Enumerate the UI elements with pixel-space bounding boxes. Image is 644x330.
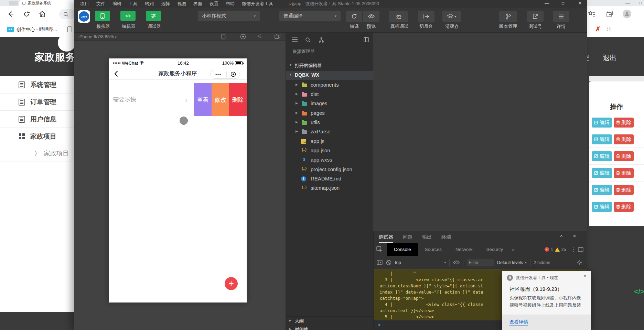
sidebar-subitem-projects[interactable]: 〉 家政项目 (0, 145, 74, 162)
exit-target-icon[interactable] (227, 72, 240, 77)
clear-console-icon[interactable] (386, 260, 391, 265)
delete-button[interactable]: 删除 (614, 168, 634, 178)
live-expression-eye-icon[interactable] (453, 260, 460, 265)
tree-item-dist[interactable]: ▶ dist (286, 90, 373, 99)
menu-edit[interactable]: 编辑 (112, 1, 121, 7)
project-avatar[interactable]: Java (78, 10, 90, 23)
edit-button[interactable]: 编辑 (592, 134, 612, 144)
more-icon[interactable]: ••• (211, 72, 226, 76)
tab-output[interactable]: 输出 (422, 234, 432, 240)
collections-icon[interactable] (605, 10, 614, 18)
add-button[interactable]: + (225, 277, 238, 290)
gear-icon[interactable] (577, 260, 582, 265)
menu-view[interactable]: 视图 (177, 1, 186, 7)
nav-logout-link[interactable]: 退出 (603, 53, 616, 63)
menu-tools[interactable]: 工具 (129, 1, 138, 7)
devtools-maximize-button[interactable]: □ (562, 1, 564, 6)
menu-interface[interactable]: 界面 (193, 1, 202, 7)
home-icon[interactable] (39, 10, 46, 18)
git-branch-icon[interactable] (319, 37, 324, 43)
tree-item-appwxss[interactable]: ϶ app.wxss (286, 155, 373, 165)
menu-wechat-devtools[interactable]: 微信开发者工具 (242, 1, 273, 7)
delete-button[interactable]: 删除 (614, 118, 634, 128)
tab-debugger[interactable]: 调试器 (379, 234, 393, 240)
filter-input[interactable]: Filter (467, 259, 494, 266)
menu-settings[interactable]: 设置 (210, 1, 218, 7)
menu-goto[interactable]: 转到 (145, 1, 154, 7)
edit-button[interactable]: 编辑 (592, 118, 612, 128)
compile-mode-select[interactable]: 普通编译 ▾ (279, 11, 341, 21)
sound-icon[interactable]: ◁ (257, 33, 261, 38)
tree-item-pages[interactable]: ▶ pages (286, 109, 373, 118)
test-account-button[interactable] (527, 11, 544, 22)
browser-tab[interactable]: 家政服务系统 (19, 0, 78, 6)
compile-button[interactable] (346, 11, 362, 22)
bookmark-item[interactable]: 创作中心 - 哔哩哔... (17, 22, 57, 37)
edit-button[interactable]: 编辑 (592, 151, 612, 161)
collapse-panel-icon[interactable] (364, 37, 369, 42)
edit-button[interactable]: 编辑 (592, 168, 612, 178)
panel-close-icon[interactable]: × (573, 233, 576, 240)
debugger-toggle-button[interactable] (146, 11, 161, 21)
delete-button[interactable]: 删除 (614, 151, 634, 161)
browser-maximize-button[interactable]: □ (639, 1, 642, 5)
tab-problems[interactable]: 问题 (403, 234, 412, 240)
refresh-icon[interactable] (23, 10, 30, 18)
search-icon[interactable] (305, 37, 311, 43)
windows-toast-notification[interactable]: 9 微信开发者工具 • 现在 ^ 社区每周（9.19-9.23） 头像昵称获取规… (502, 271, 591, 330)
bookmark-glyph[interactable]: 出 (607, 22, 612, 37)
tab-list-button[interactable] (9, 1, 18, 6)
back-icon[interactable] (114, 70, 118, 77)
device-select[interactable]: iPhone 6/7/8 85% ▾ (78, 33, 117, 41)
sidebar-item-users[interactable]: 用户信息 (0, 111, 74, 128)
tree-item-sitemap[interactable]: {..} sitemap.json (286, 184, 373, 193)
record-icon[interactable] (240, 34, 246, 40)
tree-item-appjson[interactable]: {..} app.json (286, 146, 373, 155)
clear-cache-button[interactable]: ▾ (442, 11, 461, 22)
background-switch-button[interactable] (418, 11, 434, 22)
open-editors-section[interactable]: ▼ 打开的编辑器 (286, 62, 373, 70)
back-icon[interactable] (7, 10, 14, 18)
tab-sources[interactable]: Sources (418, 243, 449, 256)
delete-action-button[interactable]: 删除 (229, 83, 247, 116)
log-levels-select[interactable]: Default levels ▾ (497, 260, 527, 265)
tree-item-readme[interactable]: i README.md (286, 174, 373, 184)
timeline-section[interactable]: ▶ 时间线 (286, 326, 373, 330)
red-bookmark-icon[interactable]: ✗ (595, 25, 601, 33)
profile-avatar[interactable] (623, 10, 631, 18)
editor-toggle-button[interactable]: </> (120, 11, 136, 21)
delete-button[interactable]: 删除 (614, 134, 634, 144)
panel-collapse-icon[interactable]: ^ (560, 234, 563, 239)
view-action-button[interactable]: 查看 (194, 83, 212, 116)
menu-project[interactable]: 项目 (80, 1, 89, 7)
devtools-minimize-button[interactable]: — (545, 1, 549, 6)
favorites-icon[interactable] (588, 10, 596, 18)
tab-terminal[interactable]: 终端 (441, 234, 451, 240)
mode-select[interactable]: 小程序模式 ▾ (198, 11, 260, 21)
context-select[interactable]: top ▾ (395, 260, 446, 265)
menu-file[interactable]: 文件 (96, 1, 105, 7)
page-bookmark-icon[interactable] (67, 26, 72, 32)
tab-network[interactable]: Network (449, 243, 480, 256)
delete-button[interactable]: 删除 (614, 185, 634, 195)
tree-item-utils[interactable]: ▶ utils (286, 118, 373, 127)
tree-item-projectconfig[interactable]: {..} project.config.json (286, 165, 373, 174)
dock-icon[interactable] (578, 247, 583, 252)
more-tabs-icon[interactable]: » (512, 247, 515, 252)
tree-item-images[interactable]: ▶ images (286, 99, 373, 108)
modify-action-button[interactable]: 修改 (212, 83, 229, 116)
address-bar[interactable] (59, 9, 75, 19)
details-button[interactable] (553, 11, 569, 22)
delete-button[interactable]: 删除 (614, 202, 634, 212)
edit-button[interactable]: 编辑 (592, 185, 612, 195)
version-control-button[interactable] (499, 11, 517, 22)
tree-item-appjs[interactable]: JS app.js (286, 137, 373, 146)
simulator-toggle-button[interactable] (95, 11, 110, 21)
devtools-close-button[interactable]: × (578, 0, 582, 7)
browser-minimize-button[interactable]: — (625, 0, 630, 6)
tab-security[interactable]: Security (480, 243, 510, 256)
toast-collapse-icon[interactable]: ^ (584, 274, 586, 279)
outline-section[interactable]: ▶ 大纲 (286, 317, 373, 326)
project-root-section[interactable]: ▼ DQBX_WX (286, 71, 373, 80)
menu-help[interactable]: 帮助 (226, 1, 235, 7)
